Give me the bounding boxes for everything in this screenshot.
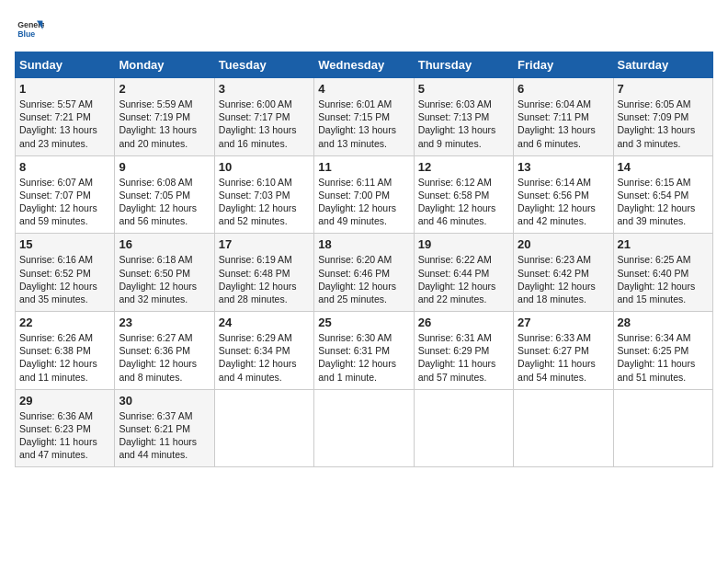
day-info: Sunrise: 6:29 AM Sunset: 6:34 PM Dayligh… xyxy=(219,331,310,384)
day-info: Sunrise: 6:01 AM Sunset: 7:15 PM Dayligh… xyxy=(318,98,409,150)
day-number: 3 xyxy=(219,82,310,96)
day-number: 9 xyxy=(119,160,210,174)
calendar-cell: 27Sunrise: 6:33 AM Sunset: 6:27 PM Dayli… xyxy=(514,312,613,390)
day-number: 7 xyxy=(618,82,709,96)
calendar-header-sunday: Sunday xyxy=(16,52,115,78)
day-info: Sunrise: 6:11 AM Sunset: 7:00 PM Dayligh… xyxy=(318,176,409,228)
calendar-cell: 13Sunrise: 6:14 AM Sunset: 6:56 PM Dayli… xyxy=(514,155,613,234)
calendar-table: SundayMondayTuesdayWednesdayThursdayFrid… xyxy=(15,52,713,467)
calendar-cell: 23Sunrise: 6:27 AM Sunset: 6:36 PM Dayli… xyxy=(115,312,214,390)
calendar-cell: 11Sunrise: 6:11 AM Sunset: 7:00 PM Dayli… xyxy=(314,155,414,234)
day-info: Sunrise: 6:00 AM Sunset: 7:17 PM Dayligh… xyxy=(219,98,310,150)
day-info: Sunrise: 6:31 AM Sunset: 6:29 PM Dayligh… xyxy=(418,331,509,384)
calendar-header-friday: Friday xyxy=(514,52,613,78)
calendar-cell: 12Sunrise: 6:12 AM Sunset: 6:58 PM Dayli… xyxy=(414,155,513,234)
calendar-header-row: SundayMondayTuesdayWednesdayThursdayFrid… xyxy=(16,52,713,78)
calendar-cell: 28Sunrise: 6:34 AM Sunset: 6:25 PM Dayli… xyxy=(613,312,712,390)
day-info: Sunrise: 6:18 AM Sunset: 6:50 PM Dayligh… xyxy=(119,253,210,305)
calendar-header-wednesday: Wednesday xyxy=(314,52,414,78)
day-info: Sunrise: 6:10 AM Sunset: 7:03 PM Dayligh… xyxy=(219,176,310,228)
calendar-cell: 1Sunrise: 5:57 AM Sunset: 7:21 PM Daylig… xyxy=(16,78,115,156)
day-number: 18 xyxy=(318,237,409,251)
calendar-cell: 9Sunrise: 6:08 AM Sunset: 7:05 PM Daylig… xyxy=(115,155,214,234)
day-info: Sunrise: 6:37 AM Sunset: 6:21 PM Dayligh… xyxy=(119,409,210,462)
calendar-cell: 8Sunrise: 6:07 AM Sunset: 7:07 PM Daylig… xyxy=(16,155,115,234)
day-number: 30 xyxy=(119,394,210,408)
day-info: Sunrise: 6:33 AM Sunset: 6:27 PM Dayligh… xyxy=(518,331,609,384)
day-number: 2 xyxy=(119,82,210,96)
calendar-cell: 3Sunrise: 6:00 AM Sunset: 7:17 PM Daylig… xyxy=(214,78,313,156)
day-info: Sunrise: 6:15 AM Sunset: 6:54 PM Dayligh… xyxy=(618,176,709,228)
calendar-cell: 18Sunrise: 6:20 AM Sunset: 6:46 PM Dayli… xyxy=(314,234,414,312)
calendar-cell: 21Sunrise: 6:25 AM Sunset: 6:40 PM Dayli… xyxy=(613,234,712,312)
day-number: 13 xyxy=(518,160,609,174)
day-info: Sunrise: 6:19 AM Sunset: 6:48 PM Dayligh… xyxy=(219,253,310,305)
day-number: 16 xyxy=(119,237,210,251)
day-info: Sunrise: 6:20 AM Sunset: 6:46 PM Dayligh… xyxy=(318,253,409,305)
calendar-cell xyxy=(214,389,313,467)
day-number: 17 xyxy=(219,237,310,251)
day-info: Sunrise: 6:03 AM Sunset: 7:13 PM Dayligh… xyxy=(418,98,509,150)
calendar-cell: 17Sunrise: 6:19 AM Sunset: 6:48 PM Dayli… xyxy=(214,234,313,312)
day-number: 11 xyxy=(318,160,409,174)
calendar-cell: 25Sunrise: 6:30 AM Sunset: 6:31 PM Dayli… xyxy=(314,312,414,390)
day-number: 20 xyxy=(518,237,609,251)
calendar-cell: 30Sunrise: 6:37 AM Sunset: 6:21 PM Dayli… xyxy=(115,389,214,467)
day-info: Sunrise: 6:26 AM Sunset: 6:38 PM Dayligh… xyxy=(19,331,110,384)
day-info: Sunrise: 6:30 AM Sunset: 6:31 PM Dayligh… xyxy=(318,331,409,384)
day-number: 24 xyxy=(219,316,310,329)
calendar-cell xyxy=(414,389,513,467)
calendar-cell: 6Sunrise: 6:04 AM Sunset: 7:11 PM Daylig… xyxy=(514,78,613,156)
calendar-cell: 4Sunrise: 6:01 AM Sunset: 7:15 PM Daylig… xyxy=(314,78,414,156)
calendar-cell xyxy=(314,389,414,467)
calendar-cell xyxy=(613,389,712,467)
day-number: 23 xyxy=(119,316,210,329)
calendar-week-row: 15Sunrise: 6:16 AM Sunset: 6:52 PM Dayli… xyxy=(16,234,713,312)
day-number: 5 xyxy=(418,82,509,96)
day-number: 22 xyxy=(19,316,110,329)
day-info: Sunrise: 6:05 AM Sunset: 7:09 PM Dayligh… xyxy=(618,98,709,150)
day-number: 4 xyxy=(318,82,409,96)
calendar-cell: 2Sunrise: 5:59 AM Sunset: 7:19 PM Daylig… xyxy=(115,78,214,156)
day-number: 19 xyxy=(418,237,509,251)
day-number: 12 xyxy=(418,160,509,174)
calendar-cell: 15Sunrise: 6:16 AM Sunset: 6:52 PM Dayli… xyxy=(16,234,115,312)
calendar-header-monday: Monday xyxy=(115,52,214,78)
page-header: General Blue xyxy=(15,15,713,44)
calendar-week-row: 8Sunrise: 6:07 AM Sunset: 7:07 PM Daylig… xyxy=(16,155,713,234)
calendar-cell: 19Sunrise: 6:22 AM Sunset: 6:44 PM Dayli… xyxy=(414,234,513,312)
day-info: Sunrise: 6:27 AM Sunset: 6:36 PM Dayligh… xyxy=(119,331,210,384)
day-number: 28 xyxy=(618,316,709,329)
calendar-body: 1Sunrise: 5:57 AM Sunset: 7:21 PM Daylig… xyxy=(16,78,713,467)
calendar-cell: 14Sunrise: 6:15 AM Sunset: 6:54 PM Dayli… xyxy=(613,155,712,234)
day-info: Sunrise: 6:25 AM Sunset: 6:40 PM Dayligh… xyxy=(618,253,709,305)
day-number: 15 xyxy=(19,237,110,251)
day-number: 1 xyxy=(19,82,110,96)
day-info: Sunrise: 6:12 AM Sunset: 6:58 PM Dayligh… xyxy=(418,176,509,228)
calendar-cell: 5Sunrise: 6:03 AM Sunset: 7:13 PM Daylig… xyxy=(414,78,513,156)
day-number: 10 xyxy=(219,160,310,174)
calendar-header-thursday: Thursday xyxy=(414,52,513,78)
day-number: 27 xyxy=(518,316,609,329)
day-number: 8 xyxy=(19,160,110,174)
day-number: 6 xyxy=(518,82,609,96)
calendar-cell: 20Sunrise: 6:23 AM Sunset: 6:42 PM Dayli… xyxy=(514,234,613,312)
calendar-cell: 29Sunrise: 6:36 AM Sunset: 6:23 PM Dayli… xyxy=(16,389,115,467)
day-number: 14 xyxy=(618,160,709,174)
day-info: Sunrise: 6:14 AM Sunset: 6:56 PM Dayligh… xyxy=(518,176,609,228)
calendar-cell xyxy=(514,389,613,467)
calendar-week-row: 29Sunrise: 6:36 AM Sunset: 6:23 PM Dayli… xyxy=(16,389,713,467)
day-info: Sunrise: 6:23 AM Sunset: 6:42 PM Dayligh… xyxy=(518,253,609,305)
calendar-cell: 22Sunrise: 6:26 AM Sunset: 6:38 PM Dayli… xyxy=(16,312,115,390)
calendar-week-row: 1Sunrise: 5:57 AM Sunset: 7:21 PM Daylig… xyxy=(16,78,713,156)
logo: General Blue xyxy=(15,15,48,44)
day-info: Sunrise: 6:22 AM Sunset: 6:44 PM Dayligh… xyxy=(418,253,509,305)
day-number: 25 xyxy=(318,316,409,329)
svg-text:Blue: Blue xyxy=(17,29,35,39)
day-info: Sunrise: 6:34 AM Sunset: 6:25 PM Dayligh… xyxy=(618,331,709,384)
calendar-cell: 24Sunrise: 6:29 AM Sunset: 6:34 PM Dayli… xyxy=(214,312,313,390)
day-number: 21 xyxy=(618,237,709,251)
calendar-week-row: 22Sunrise: 6:26 AM Sunset: 6:38 PM Dayli… xyxy=(16,312,713,390)
calendar-cell: 10Sunrise: 6:10 AM Sunset: 7:03 PM Dayli… xyxy=(214,155,313,234)
day-info: Sunrise: 6:36 AM Sunset: 6:23 PM Dayligh… xyxy=(19,409,110,462)
